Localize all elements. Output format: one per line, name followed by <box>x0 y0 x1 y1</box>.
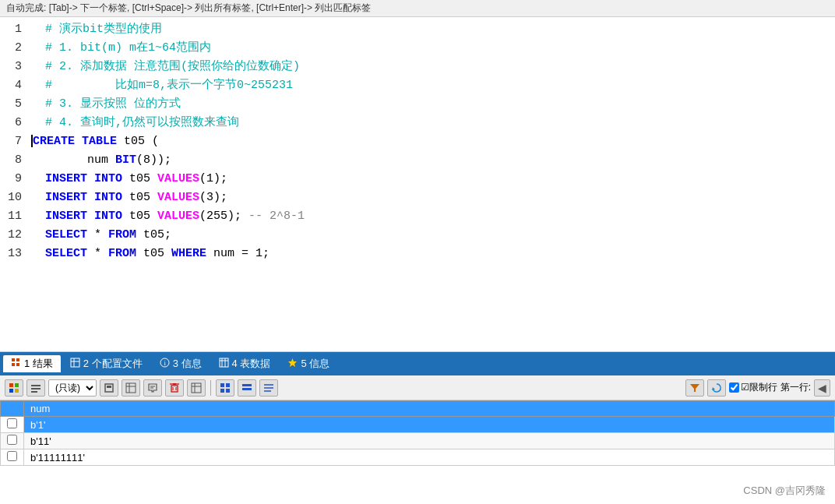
code-token: WHERE <box>171 247 206 260</box>
svg-rect-39 <box>226 389 230 393</box>
code-line-12: 12 SELECT * FROM t05; <box>0 226 835 245</box>
cell-num: b'1' <box>24 417 835 433</box>
toolbar-action-4[interactable] <box>187 379 206 397</box>
code-token <box>31 247 45 260</box>
row-checkbox[interactable] <box>7 435 17 445</box>
svg-rect-9 <box>220 358 228 367</box>
view-list-btn[interactable] <box>238 379 256 397</box>
row-checkbox[interactable] <box>7 418 17 428</box>
code-token: FROM <box>108 228 136 241</box>
svg-rect-38 <box>220 389 224 393</box>
filter-btn[interactable] <box>685 379 704 397</box>
toolbar: (只读) ☑限制行 第一行: ◀ <box>0 375 835 400</box>
code-token: # 2. 添加数据 注意范围(按照你给的位数确定) <box>31 60 300 73</box>
svg-rect-0 <box>12 358 15 361</box>
separator-1 <box>210 380 211 396</box>
code-token: t05 <box>136 247 171 260</box>
line-number: 10 <box>0 189 31 207</box>
code-token: VALUES <box>157 172 199 185</box>
limit-row-check[interactable]: ☑限制行 <box>729 381 777 394</box>
tab-bar: 1 结果2 个配置文件i3 信息4 表数据5 信息 <box>0 352 835 375</box>
line-number: 5 <box>0 95 31 114</box>
first-row-label: 第一行: <box>780 381 811 394</box>
line-content: INSERT INTO t05 VALUES(1); <box>31 170 835 189</box>
line-number: 12 <box>0 226 31 245</box>
line-number: 8 <box>0 151 31 170</box>
code-line-9: 9 INSERT INTO t05 VALUES(1); <box>0 170 835 189</box>
code-token: TABLE <box>82 135 117 148</box>
code-token: # 3. 显示按照 位的方式 <box>31 97 181 111</box>
line-content: # 3. 显示按照 位的方式 <box>31 95 835 114</box>
line-number: 11 <box>0 207 31 226</box>
svg-rect-14 <box>9 383 13 387</box>
svg-rect-17 <box>15 389 19 393</box>
svg-marker-13 <box>288 358 297 367</box>
code-token: t05 <box>122 210 157 223</box>
view-grid-btn[interactable] <box>216 379 234 397</box>
code-token: num = 1; <box>206 247 270 260</box>
code-token: (8)); <box>136 153 171 167</box>
tab-label: 1 结果 <box>24 357 53 371</box>
tab-tab1[interactable]: 1 结果 <box>3 355 61 372</box>
readonly-select[interactable]: (只读) <box>48 379 97 397</box>
row-checkbox[interactable] <box>7 451 17 461</box>
tab-icon-grid <box>11 358 21 370</box>
svg-rect-40 <box>242 384 252 386</box>
code-token: -- 2^8-1 <box>248 210 305 223</box>
tab-tab3[interactable]: i3 信息 <box>152 355 210 372</box>
code-line-4: 4 # 比如m=8,表示一个字节0~255231 <box>0 76 835 95</box>
view-text-btn[interactable] <box>259 379 278 397</box>
code-token: (3); <box>199 191 227 204</box>
svg-rect-19 <box>31 388 41 389</box>
toolbar-action-3[interactable] <box>143 379 162 397</box>
tab-label: 5 信息 <box>301 357 329 371</box>
cell-num: b'11' <box>24 433 835 449</box>
tab-tab4[interactable]: 4 表数据 <box>211 355 279 372</box>
refresh-btn[interactable] <box>707 379 726 397</box>
line-content: SELECT * FROM t05 WHERE num = 1; <box>31 245 835 263</box>
line-content: INSERT INTO t05 VALUES(255); -- 2^8-1 <box>31 207 835 226</box>
svg-marker-45 <box>690 384 699 392</box>
code-token: # 1. bit(m) m在1~64范围内 <box>31 41 211 55</box>
code-token <box>87 210 94 223</box>
nav-prev-btn[interactable]: ◀ <box>814 379 830 397</box>
limit-checkbox[interactable] <box>729 382 739 393</box>
tab-tab5[interactable]: 5 信息 <box>280 355 337 372</box>
code-token: t05 <box>122 191 157 204</box>
code-line-1: 1 # 演示bit类型的使用 <box>0 20 835 39</box>
code-token: t05 <box>122 172 157 185</box>
svg-rect-20 <box>31 391 37 393</box>
tab-tab2[interactable]: 2 个配置文件 <box>62 355 150 372</box>
code-line-5: 5 # 3. 显示按照 位的方式 <box>0 95 835 114</box>
svg-rect-33 <box>192 383 201 393</box>
line-number: 13 <box>0 245 31 263</box>
svg-rect-15 <box>15 383 19 387</box>
toolbar-right: ☑限制行 第一行: ◀ <box>685 379 830 397</box>
toolbar-icon-2[interactable] <box>26 379 45 397</box>
col-checkbox-header <box>1 401 24 417</box>
svg-rect-3 <box>16 363 19 366</box>
cell-num: b'11111111' <box>24 449 835 466</box>
table-row: b'11111111' <box>1 449 835 466</box>
toolbar-delete-btn[interactable] <box>165 379 184 397</box>
code-editor[interactable]: 1 # 演示bit类型的使用2 # 1. bit(m) m在1~64范围内3 #… <box>0 17 835 352</box>
svg-text:i: i <box>164 359 166 367</box>
toolbar-action-2[interactable] <box>122 379 140 397</box>
toolbar-icon-1[interactable] <box>5 379 23 397</box>
line-content: # 4. 查询时,仍然可以按照数来查询 <box>31 114 835 132</box>
line-content: INSERT INTO t05 VALUES(3); <box>31 189 835 207</box>
line-number: 9 <box>0 170 31 189</box>
line-content: # 2. 添加数据 注意范围(按照你给的位数确定) <box>31 58 835 76</box>
svg-marker-46 <box>712 387 715 390</box>
svg-rect-36 <box>220 383 224 387</box>
code-token: t05 ( <box>117 135 159 148</box>
svg-rect-41 <box>242 388 252 390</box>
toolbar-action-1[interactable] <box>100 379 118 397</box>
limit-label: ☑限制行 <box>741 381 777 394</box>
line-number: 7 <box>0 132 31 151</box>
code-token: t05; <box>136 228 171 241</box>
tab-icon-info: i <box>160 358 170 370</box>
code-token <box>31 228 45 241</box>
watermark: CSDN @吉冈秀隆 <box>743 484 826 498</box>
code-token: * <box>87 228 108 241</box>
